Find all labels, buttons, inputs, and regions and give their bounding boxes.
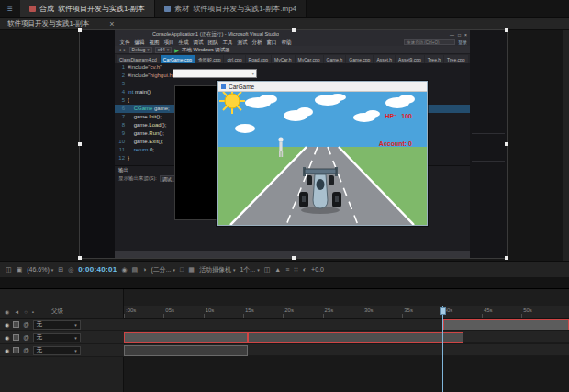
snapshot-icon[interactable]: ◉ <box>121 266 127 274</box>
transform-handle[interactable] <box>78 142 82 146</box>
close-icon[interactable]: × <box>109 19 114 28</box>
parent-dropdown[interactable]: 无▾ <box>33 346 81 355</box>
game-titlebar: CarGame <box>218 82 427 92</box>
ruler-label: 15s <box>245 308 254 313</box>
vs-doc-tab: Asset9.cpp <box>396 55 424 63</box>
comp-flowchart-icon[interactable]: ∷ <box>294 266 297 274</box>
track-area[interactable]: :00s05s10s15s20s25s30s35s40s45s50s <box>124 306 569 392</box>
transform-handle[interactable] <box>78 256 82 260</box>
parent-dropdown[interactable]: 无▾ <box>33 320 81 330</box>
transform-handle[interactable] <box>78 28 82 32</box>
playhead-handle[interactable] <box>440 307 446 315</box>
pickwhip-icon[interactable]: @ <box>23 334 29 341</box>
layer-clip[interactable] <box>124 332 248 343</box>
resolution-control[interactable]: (二分...▾ <box>151 265 175 274</box>
chevron-down-icon: ▾ <box>173 267 176 273</box>
transform-handle[interactable] <box>505 256 508 260</box>
ruler-tick <box>243 314 244 318</box>
vs-signin: 登录 <box>458 39 467 45</box>
label-color-swatch[interactable] <box>13 334 19 341</box>
close-icon: × <box>464 32 467 38</box>
eye-icon[interactable]: ◉ <box>5 334 9 341</box>
ruler-tick <box>283 314 284 318</box>
video-layer[interactable]: ConsoleApplication1 (正在运行) - Microsoft V… <box>80 30 507 258</box>
layer-row[interactable]: ◉@无▾ <box>0 344 124 357</box>
layer-clip[interactable] <box>443 319 569 330</box>
vs-doc-tab: ClassDiagram4.cd <box>117 55 160 63</box>
pickwhip-icon[interactable]: @ <box>23 321 29 328</box>
grid-guides-icon[interactable]: ⊞ <box>58 266 63 274</box>
editor-search-box: ▾ <box>173 69 257 78</box>
ruler-label: 10s <box>206 308 215 313</box>
eye-icon[interactable]: ◉ <box>5 321 9 328</box>
preview-controls: ◫ ▣ (46.6%)▾ ⊞ ◎ 0:00:40:01 ◉ ▤ ◑ (二分...… <box>0 261 569 277</box>
vs-menu-item: 帮助 <box>279 39 294 46</box>
eye-icon[interactable]: ◉ <box>5 347 9 353</box>
label-color-swatch[interactable] <box>13 347 19 353</box>
parent-value: 无 <box>37 346 43 354</box>
region-of-interest-icon[interactable]: □ <box>180 266 184 273</box>
show-channels-icon[interactable]: ◑ <box>142 266 146 273</box>
chevron-down-icon: ▾ <box>147 47 150 52</box>
line-number: 4 <box>115 88 128 96</box>
viewer-scrollbar[interactable] <box>563 30 569 261</box>
layer-row[interactable]: ◉@无▾ <box>0 319 124 331</box>
transform-handle[interactable] <box>292 28 296 32</box>
vs-platform-combo: x64▾ <box>155 47 173 53</box>
ruler-tick <box>163 314 164 318</box>
back-icon: ◂ <box>118 47 121 52</box>
vs-doc-tab: Game.h <box>324 55 346 63</box>
after-effects-app: ≡ 合成 软件项目开发与实践1-副本 素材 软件项目开发与实践1-副本.mp4 … <box>0 0 569 392</box>
vs-menu-item: 分析 <box>250 39 264 46</box>
visibility-column-icon: ◉ <box>5 308 9 315</box>
transparency-grid-icon[interactable]: ▦ <box>188 266 195 274</box>
tab-composition-panel[interactable]: 合成 软件项目开发与实践1-副本 <box>20 0 155 17</box>
transform-handle[interactable] <box>292 256 296 260</box>
vs-menu-item: 调试 <box>191 39 206 46</box>
vs-side-panel-strip <box>470 30 507 258</box>
label-color-swatch[interactable] <box>13 321 19 328</box>
layer-clip[interactable] <box>124 345 248 356</box>
mask-visibility-icon[interactable]: ◎ <box>68 266 73 274</box>
composition-viewer-tab[interactable]: 软件项目开发与实践1-副本 × <box>0 18 569 30</box>
timeline-button-icon[interactable]: ≡ <box>285 266 289 273</box>
game-app-icon <box>221 84 226 89</box>
footage-name: 软件项目开发与实践1-副本.mp4 <box>193 4 296 14</box>
reset-exposure-icon[interactable]: ◐ <box>303 266 307 273</box>
time-ruler[interactable]: :00s05s10s15s20s25s30s35s40s45s50s <box>124 306 569 319</box>
vs-config-combo: Debug▾ <box>129 47 152 53</box>
transform-handle[interactable] <box>505 142 508 146</box>
vs-menu-item: 项目 <box>162 39 176 46</box>
active-camera-control[interactable]: 活动摄像机▾ <box>199 265 236 274</box>
ruler-label: 50s <box>523 308 532 313</box>
tab-footage-panel[interactable]: 素材 软件项目开发与实践1-副本.mp4 <box>155 0 307 17</box>
pixel-aspect-icon[interactable]: ◫ <box>264 266 271 274</box>
parent-dropdown[interactable]: 无▾ <box>33 333 81 342</box>
ruler-label: :00s <box>126 308 136 313</box>
fast-preview-icon[interactable]: ▲ <box>274 266 281 273</box>
current-time-display[interactable]: 0:00:40:01 <box>78 265 117 274</box>
game-hud: HP: 100 Account: 0 <box>379 94 412 167</box>
parent-column-header: 父级 <box>51 308 63 316</box>
vs-menu-item: 工具 <box>220 39 235 46</box>
magnification-control[interactable]: (46.6%)▾ <box>27 266 53 273</box>
vs-window-controls: — □ × <box>450 32 467 38</box>
always-preview-icon[interactable]: ◫ <box>6 266 12 274</box>
line-number: 11 <box>115 146 128 154</box>
vs-doc-tab: Tree.cpp <box>444 55 468 63</box>
show-snapshot-icon[interactable]: ▤ <box>132 266 139 274</box>
ruler-label: 45s <box>484 308 493 313</box>
layer-clip[interactable] <box>248 332 463 343</box>
layer-row[interactable]: ◉@无▾ <box>0 331 124 344</box>
view-layout-control[interactable]: 1个...▾ <box>240 265 259 274</box>
transform-handle[interactable] <box>505 28 508 32</box>
vs-doc-tab: MyCar.h <box>272 55 295 63</box>
playhead-line[interactable] <box>442 306 443 392</box>
main-viewer-icon[interactable]: ▣ <box>17 266 23 274</box>
composition-viewer[interactable]: ConsoleApplication1 (正在运行) - Microsoft V… <box>0 30 569 261</box>
ruler-tick <box>482 314 483 318</box>
exposure-control[interactable]: +0.0 <box>311 266 324 273</box>
pickwhip-icon[interactable]: @ <box>23 347 29 353</box>
code-line: 1#include"cv.h" <box>115 63 470 72</box>
ruler-tick <box>204 314 205 318</box>
